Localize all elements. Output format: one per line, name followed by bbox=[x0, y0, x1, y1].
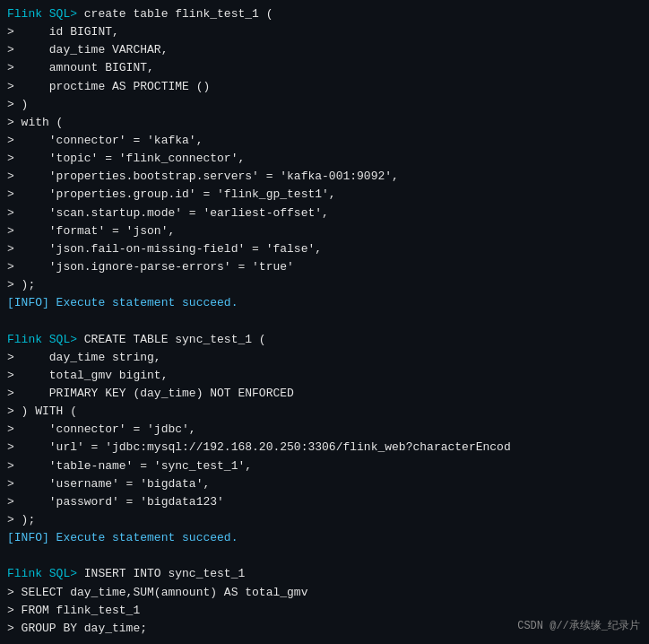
prompt-command: CREATE TABLE sync_test_1 ( bbox=[77, 333, 266, 346]
terminal-line: > 'json.ignore-parse-errors' = 'true' bbox=[7, 258, 642, 276]
flink-sql-prompt: Flink SQL> bbox=[7, 567, 77, 580]
terminal-line: > ); bbox=[7, 511, 642, 529]
terminal-line: > ) WITH ( bbox=[7, 403, 642, 421]
terminal-line: > total_gmv bigint, bbox=[7, 367, 642, 385]
terminal-line: > 'connector' = 'kafka', bbox=[7, 132, 642, 150]
terminal-line: Flink SQL> create table flink_test_1 ( bbox=[7, 5, 642, 23]
terminal-output: Flink SQL> create table flink_test_1 (> … bbox=[7, 5, 642, 638]
terminal-line: > PRIMARY KEY (day_time) NOT ENFORCED bbox=[7, 385, 642, 403]
prompt-command: INSERT INTO sync_test_1 bbox=[77, 567, 245, 580]
terminal-line: > proctime AS PROCTIME () bbox=[7, 78, 642, 96]
terminal-line: > 'topic' = 'flink_connector', bbox=[7, 150, 642, 168]
terminal-line: > day_time string, bbox=[7, 349, 642, 367]
terminal-line: > 'properties.bootstrap.servers' = 'kafk… bbox=[7, 168, 642, 186]
terminal-window: Flink SQL> create table flink_test_1 (> … bbox=[0, 0, 649, 644]
terminal-line: > 'scan.startup.mode' = 'earliest-offset… bbox=[7, 205, 642, 222]
terminal-line: > 'json.fail-on-missing-field' = 'false'… bbox=[7, 240, 642, 258]
terminal-line: [INFO] Execute statement succeed. bbox=[7, 529, 642, 547]
terminal-line: > ); bbox=[7, 276, 642, 294]
terminal-line: > id BIGINT, bbox=[7, 23, 642, 41]
terminal-line: [INFO] Execute statement succeed. bbox=[7, 294, 642, 312]
terminal-line: > ) bbox=[7, 96, 642, 114]
terminal-line: Flink SQL> INSERT INTO sync_test_1 bbox=[7, 565, 642, 583]
terminal-line: Flink SQL> CREATE TABLE sync_test_1 ( bbox=[7, 331, 642, 349]
flink-sql-prompt: Flink SQL> bbox=[7, 333, 77, 346]
terminal-line: > 'properties.group.id' = 'flink_gp_test… bbox=[7, 186, 642, 204]
terminal-line: > 'connector' = 'jdbc', bbox=[7, 421, 642, 439]
watermark: CSDN @//承续缘_纪录片 bbox=[517, 618, 640, 635]
terminal-line: > 'table-name' = 'sync_test_1', bbox=[7, 457, 642, 475]
flink-sql-prompt: Flink SQL> bbox=[7, 7, 77, 21]
terminal-line: > SELECT day_time,SUM(amnount) AS total_… bbox=[7, 584, 642, 602]
terminal-line bbox=[7, 547, 642, 565]
terminal-line: > with ( bbox=[7, 114, 642, 132]
terminal-line: > day_time VARCHAR, bbox=[7, 41, 642, 59]
terminal-line bbox=[7, 312, 642, 330]
terminal-line: > 'url' = 'jdbc:mysql://192.168.20.250:3… bbox=[7, 439, 642, 457]
terminal-line: > 'format' = 'json', bbox=[7, 222, 642, 240]
terminal-line: > amnount BIGINT, bbox=[7, 59, 642, 77]
terminal-line: > FROM flink_test_1 bbox=[7, 602, 642, 620]
terminal-line: > 'username' = 'bigdata', bbox=[7, 475, 642, 493]
prompt-command: create table flink_test_1 ( bbox=[77, 7, 273, 21]
terminal-line: > 'password' = 'bigdata123' bbox=[7, 493, 642, 511]
